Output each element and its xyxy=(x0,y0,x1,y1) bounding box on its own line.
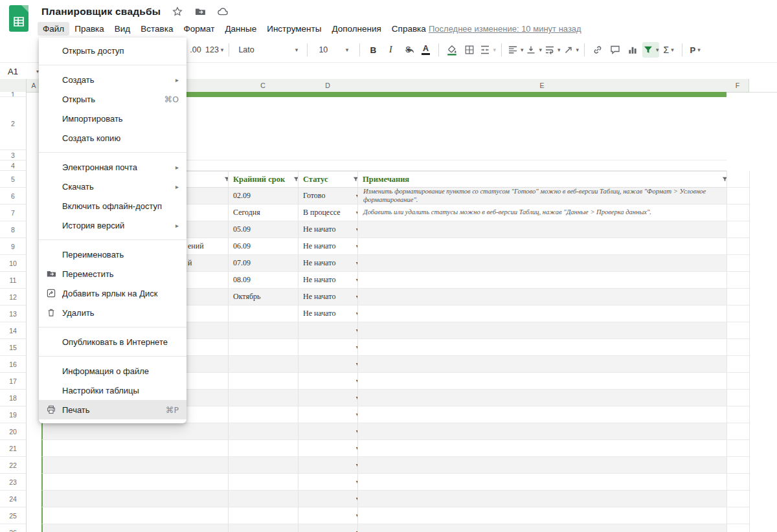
cell-status[interactable]: ▾ xyxy=(298,457,363,474)
row-header[interactable]: 1 xyxy=(0,92,27,97)
row-header[interactable]: 8 xyxy=(0,221,27,238)
cell-f[interactable] xyxy=(726,406,750,423)
row-header[interactable]: 13 xyxy=(0,305,27,322)
filter-button[interactable]: ▾ xyxy=(642,42,659,58)
cell-note[interactable] xyxy=(357,406,740,423)
cell-deadline[interactable]: 05.09 xyxy=(228,221,303,238)
cell-status[interactable]: ▾ xyxy=(298,440,363,457)
menubar-item[interactable]: Дополнения xyxy=(326,22,386,36)
menu-item-share[interactable]: Открыть доступ xyxy=(39,41,186,60)
row-header[interactable]: 2 xyxy=(0,97,27,150)
row-header[interactable]: 14 xyxy=(0,322,27,339)
column-header[interactable]: C xyxy=(228,79,298,93)
cloud-status-icon[interactable] xyxy=(217,6,229,17)
menu-item-download[interactable]: Скачать▸ xyxy=(39,177,186,196)
menubar-item[interactable]: Вид xyxy=(109,22,135,36)
cell-note[interactable]: Добавить или удалить статусы можно в веб… xyxy=(357,205,740,221)
insert-link-button[interactable] xyxy=(590,42,605,58)
row-header[interactable]: 3 xyxy=(0,150,27,161)
cell-note[interactable] xyxy=(357,289,740,305)
cell-status[interactable]: ▾ xyxy=(298,373,363,390)
row-header[interactable]: 26 xyxy=(0,524,27,532)
cell-note[interactable] xyxy=(357,339,740,356)
font-select[interactable]: Lato▾ xyxy=(234,42,302,58)
cell-deadline[interactable] xyxy=(228,457,303,474)
insert-chart-button[interactable] xyxy=(625,42,640,58)
cell-f[interactable] xyxy=(726,188,750,205)
cell-note[interactable] xyxy=(357,356,740,373)
vertical-align-button[interactable]: ▾ xyxy=(525,42,542,58)
column-header[interactable]: D xyxy=(298,79,358,93)
cell-f[interactable] xyxy=(726,524,750,532)
row-header[interactable]: 20 xyxy=(0,423,27,440)
cell-note[interactable] xyxy=(357,238,740,255)
column-header[interactable]: F xyxy=(726,79,749,93)
cell-deadline[interactable]: 08.09 xyxy=(228,272,303,289)
cell-deadline[interactable] xyxy=(228,390,303,406)
menu-item-print[interactable]: Печать⌘P xyxy=(39,400,186,419)
cell-note[interactable] xyxy=(357,507,740,524)
last-edit-link[interactable]: Последнее изменение: 10 минут назад xyxy=(429,24,581,34)
merge-cells-button[interactable]: ▾ xyxy=(479,42,496,58)
cell-status[interactable]: ▾ xyxy=(298,524,363,532)
menu-item-delete[interactable]: Удалить xyxy=(39,303,186,322)
menubar-item[interactable]: Вставка xyxy=(135,22,178,36)
cell-deadline[interactable]: Сегодня xyxy=(228,205,303,221)
menu-item-version-history[interactable]: История версий▸ xyxy=(39,216,186,235)
cell-f[interactable] xyxy=(726,305,750,322)
cell-f[interactable] xyxy=(726,356,750,373)
row-header[interactable]: 19 xyxy=(0,406,27,423)
cell-note[interactable] xyxy=(357,491,740,507)
cell-f[interactable] xyxy=(726,423,750,440)
column-header[interactable]: E xyxy=(357,79,727,93)
cell-note[interactable] xyxy=(357,255,740,272)
functions-button[interactable]: Σ▾ xyxy=(661,42,677,58)
horizontal-align-button[interactable]: ▾ xyxy=(507,42,524,58)
cell-task[interactable] xyxy=(41,491,229,507)
header-cell-deadline[interactable]: Крайний срок xyxy=(228,171,303,188)
row-header[interactable]: 17 xyxy=(0,373,27,390)
cell-f[interactable] xyxy=(726,255,750,272)
font-size-select[interactable]: 10▾ xyxy=(313,42,354,58)
doc-title[interactable]: Планировщик свадьбы xyxy=(41,6,161,17)
cell-deadline[interactable] xyxy=(228,507,303,524)
cell-f[interactable] xyxy=(726,507,750,524)
cell-note[interactable] xyxy=(357,373,740,390)
cell-deadline[interactable] xyxy=(228,373,303,390)
cell-note[interactable] xyxy=(357,272,740,289)
cell-status[interactable]: В процессе▾ xyxy=(298,205,363,221)
input-tools-button[interactable]: P▾ xyxy=(688,42,703,58)
cell-f[interactable] xyxy=(726,373,750,390)
cell-f[interactable] xyxy=(726,171,750,188)
row-header[interactable]: 11 xyxy=(0,272,27,289)
menu-item-email[interactable]: Электронная почта▸ xyxy=(39,157,186,177)
cell-deadline[interactable]: Октябрь xyxy=(228,289,303,305)
cell-status[interactable]: Готово▾ xyxy=(298,188,363,205)
text-rotation-button[interactable]: ▾ xyxy=(563,42,580,58)
menubar-item[interactable]: Справка xyxy=(387,22,431,36)
cell-deadline[interactable] xyxy=(228,406,303,423)
cell-deadline[interactable] xyxy=(228,339,303,356)
cell-f[interactable] xyxy=(726,474,750,491)
cell-deadline[interactable]: 07.09 xyxy=(228,255,303,272)
menu-item-move[interactable]: Переместить xyxy=(39,264,186,283)
cell-status[interactable]: Не начато▾ xyxy=(298,289,363,305)
cell-status[interactable]: ▾ xyxy=(298,356,363,373)
decrease-decimal-button[interactable]: .00 xyxy=(188,42,203,58)
text-wrap-button[interactable]: ▾ xyxy=(544,42,561,58)
cell-task[interactable] xyxy=(41,507,229,524)
menubar-item[interactable]: Формат xyxy=(178,22,220,36)
menu-item-open[interactable]: Открыть⌘O xyxy=(39,89,186,109)
cell-deadline[interactable] xyxy=(228,305,303,322)
row-header[interactable]: 23 xyxy=(0,474,27,491)
insert-comment-button[interactable] xyxy=(607,42,623,58)
cell-status[interactable]: Не начато▾ xyxy=(298,272,363,289)
move-folder-icon[interactable] xyxy=(194,6,206,17)
cell-f[interactable] xyxy=(726,390,750,406)
cell-task[interactable] xyxy=(41,423,229,440)
cell-f[interactable] xyxy=(726,221,750,238)
cell-f[interactable] xyxy=(726,205,750,221)
cell-task[interactable] xyxy=(41,524,229,532)
strikethrough-button[interactable]: S xyxy=(400,42,416,58)
cell-note[interactable]: Изменить форматирование пунктов со стату… xyxy=(357,188,740,205)
